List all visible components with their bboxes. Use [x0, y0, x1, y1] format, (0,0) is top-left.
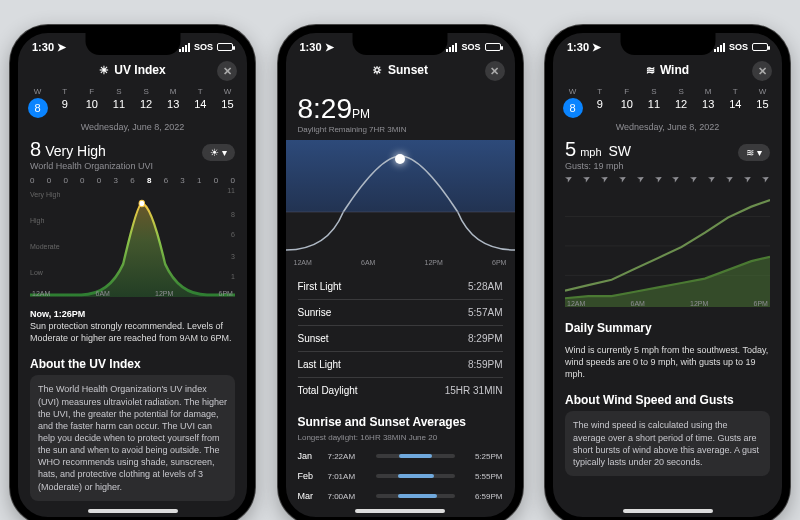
svg-point-0: [139, 200, 145, 207]
chevron-down-icon: ▾: [222, 147, 227, 158]
day-10[interactable]: F10: [80, 87, 104, 118]
battery-icon: [752, 43, 768, 51]
wind-unit: mph: [580, 146, 601, 158]
wind-direction-arrows: ➤➤➤➤➤➤➤➤➤➤➤➤: [565, 171, 770, 187]
status-time: 1:30: [567, 41, 589, 53]
options-button[interactable]: ☀ ▾: [202, 144, 235, 161]
averages-title: Sunrise and Sunset Averages: [286, 407, 515, 433]
sun-small-icon: ☀: [210, 147, 219, 158]
day-10[interactable]: F10: [615, 87, 639, 118]
sun-times-list: First Light5:28AMSunrise5:57AMSunset8:29…: [286, 270, 515, 407]
wind-icon: ≋: [646, 64, 655, 77]
metric-row: 5 mph SW ≋ ▾: [565, 138, 770, 161]
averages-list: Jan7:22AM5:25PMFeb7:01AM5:55PMMar7:00AM6…: [286, 446, 515, 506]
location-icon: ➤: [592, 41, 601, 54]
battery-icon: [485, 43, 501, 51]
day-11[interactable]: S11: [107, 87, 131, 118]
location-icon: ➤: [325, 41, 334, 54]
sun-row: Total Daylight15HR 31MIN: [298, 378, 503, 403]
now-title: Now, 1:26PM: [30, 308, 235, 320]
close-button[interactable]: ✕: [752, 61, 772, 81]
day-11[interactable]: S11: [642, 87, 666, 118]
wind-chart: 12AM 6AM 12PM 6PM: [565, 187, 770, 307]
status-time: 1:30: [32, 41, 54, 53]
day-12[interactable]: S12: [669, 87, 693, 118]
wind-direction: SW: [609, 143, 632, 159]
sunset-time: 8:29PM: [286, 83, 515, 125]
avg-row-Feb: Feb7:01AM5:55PM: [286, 466, 515, 486]
location-icon: ➤: [57, 41, 66, 54]
day-8[interactable]: W8: [561, 87, 585, 118]
y-moderate: Moderate: [30, 243, 60, 250]
day-14[interactable]: T14: [188, 87, 212, 118]
about-title: About the UV Index: [30, 349, 235, 375]
summary-body: Wind is currently 5 mph from the southwe…: [565, 339, 770, 385]
uv-sub: World Health Organization UVI: [30, 161, 235, 171]
about-card: The wind speed is calculated using the a…: [565, 411, 770, 476]
home-indicator[interactable]: [355, 509, 445, 513]
date-strip[interactable]: W8T9F10S11S12M13T14W15: [553, 83, 782, 120]
notch: [620, 33, 715, 55]
sun-row: Last Light8:59PM: [298, 352, 503, 378]
date-subtitle: Wednesday, June 8, 2022: [18, 120, 247, 138]
signal-icon: [179, 43, 190, 52]
summary-title: Daily Summary: [565, 313, 770, 339]
about-title: About Wind Speed and Gusts: [565, 385, 770, 411]
y-veryhigh: Very High: [30, 191, 60, 198]
date-subtitle: Wednesday, June 8, 2022: [553, 120, 782, 138]
wind-gusts: Gusts: 19 mph: [565, 161, 770, 171]
about-card: The World Health Organization's UV index…: [30, 375, 235, 500]
date-strip[interactable]: W8T9F10S11S12M13T14W15: [18, 83, 247, 120]
notch: [353, 33, 448, 55]
phone-sunset: 1:30 ➤ SOS ⛭ Sunset ✕ 8:29PM Daylight Re…: [278, 25, 523, 520]
avg-row-Mar: Mar7:00AM6:59PM: [286, 486, 515, 506]
uv-label: Very High: [45, 143, 106, 159]
status-sos: SOS: [194, 42, 213, 52]
header-title: UV Index: [114, 63, 165, 77]
sun-row: First Light5:28AM: [298, 274, 503, 300]
sun-row: Sunrise5:57AM: [298, 300, 503, 326]
day-14[interactable]: T14: [723, 87, 747, 118]
sun-row: Sunset8:29PM: [298, 326, 503, 352]
close-button[interactable]: ✕: [485, 61, 505, 81]
day-15[interactable]: W15: [215, 87, 239, 118]
status-sos: SOS: [729, 42, 748, 52]
notch: [85, 33, 180, 55]
day-8[interactable]: W8: [26, 87, 50, 118]
phone-wind: 1:30 ➤ SOS ≋ Wind ✕ W8T9F10S11S12M13T14W…: [545, 25, 790, 520]
uv-value: 8: [30, 138, 41, 161]
sunset-icon: ⛭: [372, 64, 383, 76]
close-button[interactable]: ✕: [217, 61, 237, 81]
day-13[interactable]: M13: [161, 87, 185, 118]
y-low: Low: [30, 269, 43, 276]
phone-uv: 1:30 ➤ SOS ☀ UV Index ✕ W8T9F10S11S12M13…: [10, 25, 255, 520]
sun-icon: ☀: [99, 64, 109, 77]
options-button[interactable]: ≋ ▾: [738, 144, 770, 161]
status-sos: SOS: [461, 42, 480, 52]
metric-row: 8 Very High ☀ ▾: [30, 138, 235, 161]
averages-sub: Longest daylight: 16HR 38MIN June 20: [286, 433, 515, 446]
signal-icon: [714, 43, 725, 52]
day-15[interactable]: W15: [750, 87, 774, 118]
home-indicator[interactable]: [623, 509, 713, 513]
header-title: Sunset: [388, 63, 428, 77]
y-high: High: [30, 217, 44, 224]
wind-value: 5: [565, 138, 576, 161]
daylight-remaining: Daylight Remaining 7HR 3MIN: [286, 125, 515, 140]
sun-chart: 12AM 6AM 12PM 6PM: [286, 140, 515, 270]
signal-icon: [446, 43, 457, 52]
day-12[interactable]: S12: [134, 87, 158, 118]
now-body: Sun protection strongly recommended. Lev…: [30, 320, 235, 344]
day-13[interactable]: M13: [696, 87, 720, 118]
battery-icon: [217, 43, 233, 51]
header-title: Wind: [660, 63, 689, 77]
status-time: 1:30: [300, 41, 322, 53]
home-indicator[interactable]: [88, 509, 178, 513]
day-9[interactable]: T9: [53, 87, 77, 118]
day-9[interactable]: T9: [588, 87, 612, 118]
panel-header: ≋ Wind ✕: [553, 55, 782, 83]
avg-row-Jan: Jan7:22AM5:25PM: [286, 446, 515, 466]
hourly-values: 0000036863100: [30, 171, 235, 187]
sun-position-dot: [395, 154, 405, 164]
panel-header: ⛭ Sunset ✕: [286, 55, 515, 83]
